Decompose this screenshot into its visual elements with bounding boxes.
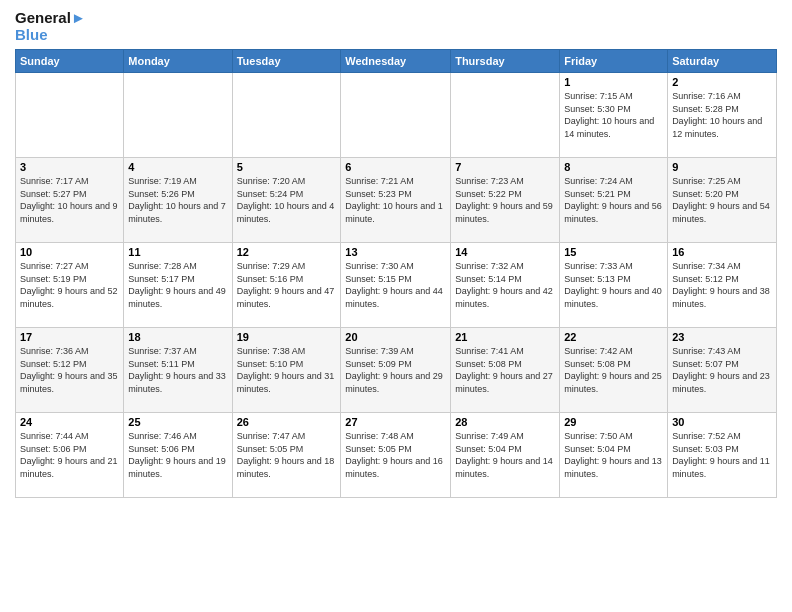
day-number: 25 (128, 416, 227, 428)
calendar-cell: 18Sunrise: 7:37 AM Sunset: 5:11 PM Dayli… (124, 328, 232, 413)
calendar-cell: 27Sunrise: 7:48 AM Sunset: 5:05 PM Dayli… (341, 413, 451, 498)
day-info: Sunrise: 7:39 AM Sunset: 5:09 PM Dayligh… (345, 345, 446, 395)
calendar-cell: 30Sunrise: 7:52 AM Sunset: 5:03 PM Dayli… (668, 413, 777, 498)
day-info: Sunrise: 7:41 AM Sunset: 5:08 PM Dayligh… (455, 345, 555, 395)
day-number: 5 (237, 161, 337, 173)
calendar-cell: 12Sunrise: 7:29 AM Sunset: 5:16 PM Dayli… (232, 243, 341, 328)
day-number: 14 (455, 246, 555, 258)
day-info: Sunrise: 7:46 AM Sunset: 5:06 PM Dayligh… (128, 430, 227, 480)
calendar-cell: 9Sunrise: 7:25 AM Sunset: 5:20 PM Daylig… (668, 158, 777, 243)
week-row-0: 1Sunrise: 7:15 AM Sunset: 5:30 PM Daylig… (16, 73, 777, 158)
calendar-cell: 29Sunrise: 7:50 AM Sunset: 5:04 PM Dayli… (560, 413, 668, 498)
day-info: Sunrise: 7:36 AM Sunset: 5:12 PM Dayligh… (20, 345, 119, 395)
day-number: 19 (237, 331, 337, 343)
day-number: 24 (20, 416, 119, 428)
logo: General► Blue (15, 10, 86, 43)
day-number: 1 (564, 76, 663, 88)
day-info: Sunrise: 7:16 AM Sunset: 5:28 PM Dayligh… (672, 90, 772, 140)
day-info: Sunrise: 7:50 AM Sunset: 5:04 PM Dayligh… (564, 430, 663, 480)
day-number: 12 (237, 246, 337, 258)
day-info: Sunrise: 7:28 AM Sunset: 5:17 PM Dayligh… (128, 260, 227, 310)
calendar-cell: 6Sunrise: 7:21 AM Sunset: 5:23 PM Daylig… (341, 158, 451, 243)
calendar-cell: 4Sunrise: 7:19 AM Sunset: 5:26 PM Daylig… (124, 158, 232, 243)
day-info: Sunrise: 7:44 AM Sunset: 5:06 PM Dayligh… (20, 430, 119, 480)
calendar-cell: 22Sunrise: 7:42 AM Sunset: 5:08 PM Dayli… (560, 328, 668, 413)
day-number: 13 (345, 246, 446, 258)
day-number: 20 (345, 331, 446, 343)
day-number: 18 (128, 331, 227, 343)
weekday-friday: Friday (560, 50, 668, 73)
day-info: Sunrise: 7:38 AM Sunset: 5:10 PM Dayligh… (237, 345, 337, 395)
day-number: 28 (455, 416, 555, 428)
calendar-cell: 5Sunrise: 7:20 AM Sunset: 5:24 PM Daylig… (232, 158, 341, 243)
day-number: 16 (672, 246, 772, 258)
day-number: 9 (672, 161, 772, 173)
day-info: Sunrise: 7:42 AM Sunset: 5:08 PM Dayligh… (564, 345, 663, 395)
calendar-cell: 13Sunrise: 7:30 AM Sunset: 5:15 PM Dayli… (341, 243, 451, 328)
weekday-thursday: Thursday (451, 50, 560, 73)
logo-text-general: General► (15, 10, 86, 27)
week-row-2: 10Sunrise: 7:27 AM Sunset: 5:19 PM Dayli… (16, 243, 777, 328)
calendar-cell: 26Sunrise: 7:47 AM Sunset: 5:05 PM Dayli… (232, 413, 341, 498)
day-info: Sunrise: 7:20 AM Sunset: 5:24 PM Dayligh… (237, 175, 337, 225)
day-info: Sunrise: 7:29 AM Sunset: 5:16 PM Dayligh… (237, 260, 337, 310)
weekday-saturday: Saturday (668, 50, 777, 73)
calendar-cell: 11Sunrise: 7:28 AM Sunset: 5:17 PM Dayli… (124, 243, 232, 328)
calendar-cell: 1Sunrise: 7:15 AM Sunset: 5:30 PM Daylig… (560, 73, 668, 158)
day-info: Sunrise: 7:47 AM Sunset: 5:05 PM Dayligh… (237, 430, 337, 480)
weekday-monday: Monday (124, 50, 232, 73)
day-number: 4 (128, 161, 227, 173)
day-info: Sunrise: 7:43 AM Sunset: 5:07 PM Dayligh… (672, 345, 772, 395)
calendar-cell (232, 73, 341, 158)
calendar-cell: 16Sunrise: 7:34 AM Sunset: 5:12 PM Dayli… (668, 243, 777, 328)
calendar-cell: 14Sunrise: 7:32 AM Sunset: 5:14 PM Dayli… (451, 243, 560, 328)
calendar-cell: 10Sunrise: 7:27 AM Sunset: 5:19 PM Dayli… (16, 243, 124, 328)
day-number: 21 (455, 331, 555, 343)
calendar-cell (124, 73, 232, 158)
day-info: Sunrise: 7:52 AM Sunset: 5:03 PM Dayligh… (672, 430, 772, 480)
day-info: Sunrise: 7:49 AM Sunset: 5:04 PM Dayligh… (455, 430, 555, 480)
day-info: Sunrise: 7:17 AM Sunset: 5:27 PM Dayligh… (20, 175, 119, 225)
calendar-cell: 8Sunrise: 7:24 AM Sunset: 5:21 PM Daylig… (560, 158, 668, 243)
day-info: Sunrise: 7:30 AM Sunset: 5:15 PM Dayligh… (345, 260, 446, 310)
weekday-header-row: SundayMondayTuesdayWednesdayThursdayFrid… (16, 50, 777, 73)
calendar-cell: 21Sunrise: 7:41 AM Sunset: 5:08 PM Dayli… (451, 328, 560, 413)
calendar-table: SundayMondayTuesdayWednesdayThursdayFrid… (15, 49, 777, 498)
calendar-cell (16, 73, 124, 158)
day-info: Sunrise: 7:33 AM Sunset: 5:13 PM Dayligh… (564, 260, 663, 310)
day-number: 22 (564, 331, 663, 343)
day-number: 2 (672, 76, 772, 88)
calendar-page: General► Blue SundayMondayTuesdayWednesd… (0, 0, 792, 612)
calendar-cell: 25Sunrise: 7:46 AM Sunset: 5:06 PM Dayli… (124, 413, 232, 498)
day-number: 29 (564, 416, 663, 428)
calendar-cell: 23Sunrise: 7:43 AM Sunset: 5:07 PM Dayli… (668, 328, 777, 413)
calendar-cell: 7Sunrise: 7:23 AM Sunset: 5:22 PM Daylig… (451, 158, 560, 243)
day-info: Sunrise: 7:32 AM Sunset: 5:14 PM Dayligh… (455, 260, 555, 310)
day-info: Sunrise: 7:37 AM Sunset: 5:11 PM Dayligh… (128, 345, 227, 395)
day-info: Sunrise: 7:19 AM Sunset: 5:26 PM Dayligh… (128, 175, 227, 225)
day-info: Sunrise: 7:23 AM Sunset: 5:22 PM Dayligh… (455, 175, 555, 225)
day-number: 30 (672, 416, 772, 428)
day-number: 27 (345, 416, 446, 428)
calendar-cell: 19Sunrise: 7:38 AM Sunset: 5:10 PM Dayli… (232, 328, 341, 413)
weekday-sunday: Sunday (16, 50, 124, 73)
calendar-cell: 2Sunrise: 7:16 AM Sunset: 5:28 PM Daylig… (668, 73, 777, 158)
calendar-cell: 20Sunrise: 7:39 AM Sunset: 5:09 PM Dayli… (341, 328, 451, 413)
calendar-cell (341, 73, 451, 158)
day-info: Sunrise: 7:34 AM Sunset: 5:12 PM Dayligh… (672, 260, 772, 310)
day-info: Sunrise: 7:25 AM Sunset: 5:20 PM Dayligh… (672, 175, 772, 225)
week-row-1: 3Sunrise: 7:17 AM Sunset: 5:27 PM Daylig… (16, 158, 777, 243)
calendar-cell (451, 73, 560, 158)
day-number: 3 (20, 161, 119, 173)
day-info: Sunrise: 7:48 AM Sunset: 5:05 PM Dayligh… (345, 430, 446, 480)
day-number: 10 (20, 246, 119, 258)
weekday-wednesday: Wednesday (341, 50, 451, 73)
calendar-cell: 17Sunrise: 7:36 AM Sunset: 5:12 PM Dayli… (16, 328, 124, 413)
day-number: 23 (672, 331, 772, 343)
calendar-cell: 15Sunrise: 7:33 AM Sunset: 5:13 PM Dayli… (560, 243, 668, 328)
day-info: Sunrise: 7:24 AM Sunset: 5:21 PM Dayligh… (564, 175, 663, 225)
logo-text-blue: Blue (15, 27, 86, 44)
day-info: Sunrise: 7:27 AM Sunset: 5:19 PM Dayligh… (20, 260, 119, 310)
calendar-cell: 3Sunrise: 7:17 AM Sunset: 5:27 PM Daylig… (16, 158, 124, 243)
day-number: 6 (345, 161, 446, 173)
